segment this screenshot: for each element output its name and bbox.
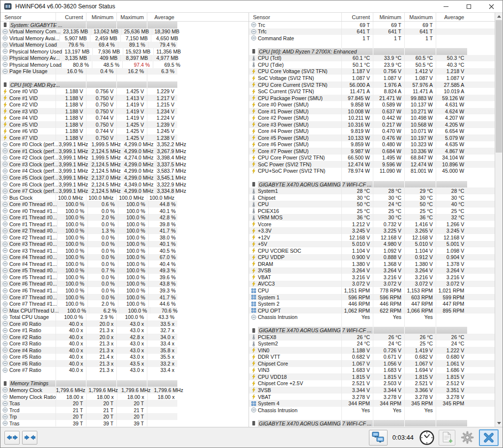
vertical-scrollbar[interactable] — [495, 13, 503, 427]
sensor-row[interactable]: Chipset Core1.067 V1.056 V1.067 V1.061 V — [249, 360, 495, 367]
sensor-row[interactable]: Core #1 Power (SMU)10.008 W0.637 W10.271… — [249, 108, 495, 115]
sensor-row[interactable]: Core #0 VID1.188 V0.756 V1.425 V1.229 V — [0, 88, 177, 95]
sensor-row[interactable]: Trfc641 T641 T641 T — [249, 28, 495, 35]
sensor-row[interactable]: 3VSB3.344 V3.344 V3.366 V3.351 V — [249, 387, 495, 394]
section-header-row[interactable]: System: GIGABYTE ... — [0, 22, 177, 28]
sensor-row[interactable]: System128 °C28 °C29 °C28 °C — [249, 187, 495, 194]
sensor-row[interactable]: VIN01.188 V0.726 V1.419 V1.222 V — [249, 347, 495, 354]
sensor-row[interactable]: Core #4 Ratio40.0 x21.3 x43.0 x35.8 x — [0, 347, 177, 354]
sensor-row[interactable]: Chassis IntrusionYesYesYes — [249, 314, 495, 320]
sensor-row[interactable]: Memory Clock1,799.6 MHz1,799.6 MHz1,799.… — [0, 387, 177, 394]
section-header-row[interactable]: GIGABYTE X470 AORUS GAMING 7 WIFI-CF ... — [249, 181, 495, 188]
sensor-row[interactable]: CPU VDDP0.900 V0.888 V0.912 V0.904 V — [249, 254, 495, 261]
sensor-row[interactable]: Physical Memory Used13,197 MB7,936 MB15,… — [0, 48, 177, 55]
close-sensors-button[interactable] — [479, 429, 499, 446]
sensor-row[interactable]: Core #7 Ratio40.0 x21.3 x43.0 x33.4 x — [0, 367, 177, 374]
sensor-row[interactable]: VBAT3.216 V3.216 V3.216 V3.216 V — [249, 274, 495, 281]
sensor-row[interactable]: Core #6 VID1.188 V0.744 V1.425 V1.245 V — [0, 128, 177, 135]
sensor-row[interactable]: System 4344 RPM344 RPM345 RPM345 RPM — [249, 400, 495, 407]
sensor-row[interactable]: Core #3 Power (SMU)10.316 W0.217 W10.568… — [249, 121, 495, 128]
sensor-row[interactable]: Core #0 Thread #1...100.0 %0.0 %100.0 %4… — [0, 208, 177, 214]
scrollbar-thumb[interactable] — [496, 20, 502, 153]
scroll-down-button[interactable] — [495, 420, 503, 427]
scrollbar-track[interactable] — [495, 20, 503, 420]
sensor-row[interactable]: Tras39 T39 T39 T — [0, 420, 177, 427]
sensor-row[interactable]: Core #4 Thread #1...100.0 %0.0 %100.0 %4… — [0, 261, 177, 267]
sensor-row[interactable]: Core #7 Thread #0...100.0 %0.0 %100.0 %4… — [0, 294, 177, 301]
sensor-row[interactable]: Core #2 Ratio40.0 x20.0 x42.8 x34.0 x — [0, 334, 177, 341]
sensor-row[interactable]: VRM MOS36 °C30 °C36 °C32 °C — [249, 214, 495, 221]
sensor-row[interactable]: Core #6 Thread #0...100.0 %0.0 %100.0 %4… — [0, 281, 177, 288]
sensor-row[interactable]: Bus Clock100.0 MHz100.0 MHz100.0 MHz100.… — [0, 194, 177, 201]
section-header-row[interactable]: Memory Timings — [0, 380, 177, 387]
sensor-row[interactable]: Core #1 Ratio40.0 x21.3 x43.0 x32.7 x — [0, 327, 177, 334]
sensor-row[interactable]: CPU VCORE SOC1.104 V1.092 V1.104 V1.098 … — [249, 247, 495, 254]
sensor-row[interactable]: Chipset30 °C30 °C30 °C30 °C — [249, 194, 495, 201]
sensor-row[interactable]: Core #7 Power (SMU)9.987 W0.684 W10.336 … — [249, 148, 495, 155]
sensor-row[interactable]: Core #4 VID1.188 V0.744 V1.419 V1.224 V — [0, 114, 177, 121]
sensor-row[interactable]: Core #5 Thread #1...100.0 %0.0 %100.0 %3… — [0, 274, 177, 281]
sensor-row[interactable]: PCIEX1625 °C25 °C25 °C25 °C — [249, 208, 495, 214]
settings-button[interactable] — [459, 429, 475, 446]
sensor-row[interactable]: System 1596 RPM596 RPM603 RPM599 RPM — [249, 294, 495, 301]
sensor-row[interactable]: CPU VDD181.815 V1.815 V1.815 V1.815 V — [249, 373, 495, 380]
sensor-row[interactable]: Core #7 VID1.188 V0.750 V1.425 V1.238 V — [0, 134, 177, 141]
sensor-row[interactable]: Core #0 Power (SMU)9.858 W0.589 W10.137 … — [249, 101, 495, 108]
sensor-row[interactable]: Trp20 T20 T20 T — [0, 413, 177, 420]
sensor-row[interactable]: Chassis IntrusionYesYesYes — [249, 407, 495, 414]
sensor-row[interactable]: Trc69 T69 T69 T — [249, 22, 495, 28]
close-button[interactable] — [480, 0, 503, 12]
sensor-row[interactable]: System224 °C24 °C25 °C24 °C — [249, 341, 495, 347]
sensor-row[interactable]: CPU (Tctl)60.1 °C33.9 °C60.5 °C50.3 °C — [249, 55, 495, 62]
section-header-row[interactable]: GIGABYTE X470 AORUS GAMING 7 WIFI-CF ... — [249, 420, 495, 427]
sensor-row[interactable]: Core #3 Thread #1...100.0 %0.0 %100.0 %4… — [0, 247, 177, 254]
sensor-row[interactable]: Core #2 Power (SMU)10.211 W0.442 W10.498… — [249, 114, 495, 121]
sensor-row[interactable]: CPU Core Current (SVI2 TFN)56.000 A1.976… — [249, 81, 495, 88]
sensor-row[interactable]: Core #2 VID1.188 V0.750 V1.419 V1.215 V — [0, 101, 177, 108]
sensor-row[interactable]: Core #3 Clock (perf...3,999.1 MHz2,124.5… — [0, 161, 177, 168]
sensor-row[interactable]: System 2446 RPM446 RPM447 RPM447 RPM — [249, 300, 495, 307]
sensor-row[interactable]: Core #5 Ratio40.0 x21.4 x43.0 x35.5 x — [0, 354, 177, 361]
sensor-row[interactable]: CPU1,151 RPM778 RPM1,153 RPM1,021 RPM — [249, 287, 495, 294]
sensor-row[interactable]: CPU (Tdie)50.1 °C23.9 °C50.5 °C40.3 °C — [249, 61, 495, 68]
sensor-row[interactable]: Core #0 Clock (perf...3,999.1 MHz1,999.5… — [0, 141, 177, 148]
sensor-row[interactable]: VIN31.683 V1.683 V1.694 V1.686 V — [249, 367, 495, 374]
sensor-row[interactable]: +12V12.168 V12.168 V12.168 V12.168 V — [249, 234, 495, 241]
sensor-row[interactable]: Core #7 Clock (perf...3,999.1 MHz2,124.5… — [0, 187, 177, 194]
sensor-row[interactable]: Trcd21 T21 T21 T — [0, 407, 177, 414]
sensor-row[interactable]: Core #0 Thread #0...100.0 %0.6 %100.0 %4… — [0, 201, 177, 208]
sensor-row[interactable]: +5V5.010 V4.980 V5.010 V5.001 V — [249, 241, 495, 248]
sensor-row[interactable]: Virtual Memory Load79.6 %69.4 %89.1 %79.… — [0, 42, 177, 49]
sensor-row[interactable]: Core #3 Thread #0...100.0 %0.0 %100.0 %4… — [0, 241, 177, 248]
sensor-row[interactable]: Core #5 Power (SMU)10.133 W0.476 W10.197… — [249, 134, 495, 141]
sensor-row[interactable]: Virtual Memory Avai...5,907 MB2,459 MB7,… — [0, 35, 177, 42]
sensor-row[interactable]: 3VSB3.264 V3.264 V3.264 V3.264 V — [249, 267, 495, 274]
sensor-row[interactable]: Core #6 Thread #1...100.0 %0.0 %100.0 %3… — [0, 287, 177, 294]
sensor-row[interactable]: Core #2 Clock (perf...3,999.1 MHz1,999.5… — [0, 155, 177, 161]
sensor-row[interactable]: Total CPU Usage100.0 %2.9 %100.0 %43.3 % — [0, 314, 177, 320]
sensor-row[interactable]: DRAM1.380 V1.368 V1.380 V1.378 V — [249, 261, 495, 267]
maximize-button[interactable] — [457, 0, 480, 12]
sensor-row[interactable]: Core #1 VID1.188 V0.750 V1.413 V1.217 V — [0, 95, 177, 102]
sensor-row[interactable]: Core #1 Clock (perf...3,999.1 MHz2,124.5… — [0, 148, 177, 155]
sensor-row[interactable]: CPU Core Voltage (SVI2 TFN)1.187 V0.756 … — [249, 68, 495, 75]
titlebar[interactable]: HWiNFO64 v6.00-3620 Sensor Status — [0, 0, 503, 12]
logging-clock-button[interactable] — [419, 429, 435, 446]
sensor-row[interactable]: SoC Current (SVI2 TFN)11.471 A8.824 A11.… — [249, 88, 495, 95]
sensor-row[interactable]: Tcas20 T20 T20 T — [0, 400, 177, 407]
sensor-row[interactable]: Chipset Core +2.5V2.521 V2.503 V2.521 V2… — [249, 380, 495, 387]
sensor-row[interactable]: VBAT3.278 V3.278 V3.278 V3.278 V — [249, 394, 495, 400]
section-header-row[interactable]: CPU [#0]: AMD Ryz... — [0, 81, 177, 88]
sensor-row[interactable]: Core #6 Clock (perf...3,999.1 MHz2,124.5… — [0, 181, 177, 188]
section-header-row[interactable]: CPU [#0]: AMD Ryzen 7 2700X: Enhanced — [249, 48, 495, 55]
sensor-row[interactable]: Core #4 Thread #0...100.0 %0.0 %100.0 %6… — [0, 254, 177, 261]
sensor-row[interactable]: CPU Package Power (SMU)97.845 W21.471 W9… — [249, 95, 495, 102]
sensor-row[interactable]: Core #4 Clock (perf...3,999.1 MHz2,124.5… — [0, 168, 177, 175]
sensor-row[interactable]: Core #1 Thread #0...100.0 %2.0 %100.0 %4… — [0, 214, 177, 221]
sensor-row[interactable]: +3.3V3.245 V3.225 V3.265 V3.245 V — [249, 227, 495, 234]
sensor-row[interactable]: SoC Power (SVI2 TFN)12.474 W9.596 W12.47… — [249, 161, 495, 168]
sensor-row[interactable]: Virtual Memory Com...23,135 MB13,062 MB2… — [0, 28, 177, 35]
report-button[interactable] — [439, 430, 455, 446]
sensor-row[interactable]: Core #5 Thread #0...100.0 %0.7 %100.0 %4… — [0, 267, 177, 274]
collapse-columns-button[interactable] — [22, 431, 37, 445]
